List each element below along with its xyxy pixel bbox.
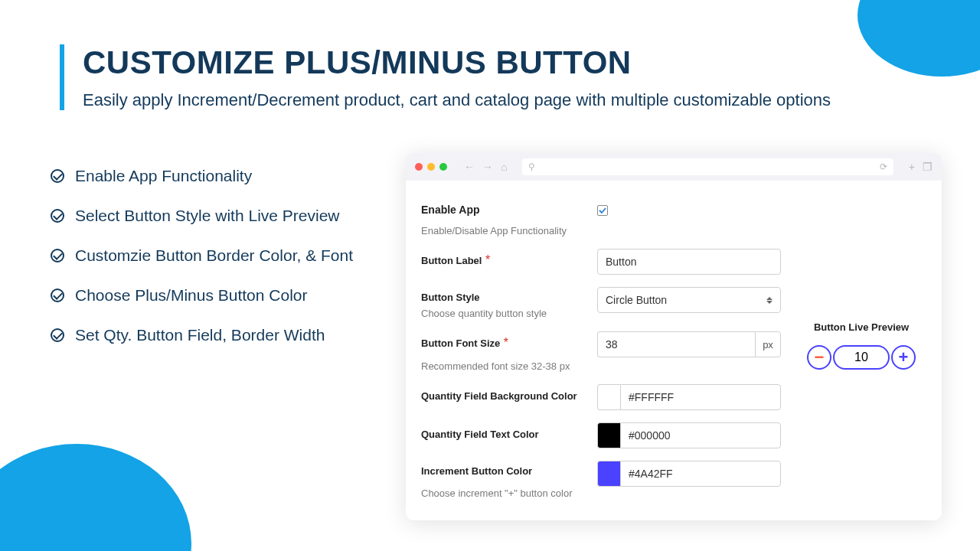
enable-app-label: Enable App xyxy=(421,204,597,216)
page-header: CUSTOMIZE PLUS/MINUS BUTTON Easily apply… xyxy=(60,44,831,110)
button-label-label: Button Label xyxy=(421,255,482,266)
page-title: CUSTOMIZE PLUS/MINUS BUTTON xyxy=(83,44,831,81)
home-icon[interactable]: ⌂ xyxy=(501,161,507,173)
qty-text-color-swatch[interactable] xyxy=(597,422,620,448)
row-button-style: Button Style Choose quantity button styl… xyxy=(421,287,781,319)
browser-chrome-bar: ← → ⌂ ⚲ ⟳ + ❐ xyxy=(406,153,942,181)
select-caret-icon xyxy=(766,297,773,304)
check-circle-icon xyxy=(51,328,64,342)
feature-text: Customzie Button Border Color, & Font xyxy=(75,246,353,265)
font-size-label: Button Font Size xyxy=(421,337,500,349)
qty-bg-color-swatch[interactable] xyxy=(597,384,620,410)
browser-window: ← → ⌂ ⚲ ⟳ + ❐ Enable App Enable/Disable … xyxy=(406,153,942,520)
qty-text-color-input[interactable] xyxy=(620,422,781,448)
settings-panel: Enable App Enable/Disable App Functional… xyxy=(406,181,942,520)
decorative-blob-top xyxy=(858,0,980,77)
feature-item: Select Button Style with Live Preview xyxy=(51,207,387,225)
feature-text: Choose Plus/Minus Button Color xyxy=(75,286,308,305)
button-style-hint: Choose quantity button style xyxy=(421,308,597,319)
feature-text: Set Qty. Button Field, Border Width xyxy=(75,326,325,344)
decorative-blob-bottom xyxy=(0,444,191,551)
button-style-selected: Circle Button xyxy=(606,294,667,306)
increment-color-label: Increment Button Color xyxy=(421,465,597,477)
quantity-stepper: − 10 + xyxy=(796,345,926,370)
check-circle-icon xyxy=(51,169,64,183)
font-size-input[interactable] xyxy=(597,331,755,357)
feature-list: Enable App Functionality Select Button S… xyxy=(51,167,387,366)
increment-color-hint: Choose increment "+" button color xyxy=(421,487,597,499)
copy-icon[interactable]: ❐ xyxy=(923,161,933,173)
row-button-label: Button Label * xyxy=(421,249,781,275)
row-increment-color: Increment Button Color Choose increment … xyxy=(421,461,781,499)
increment-color-input[interactable] xyxy=(620,461,781,487)
back-icon[interactable]: ← xyxy=(464,161,475,173)
quantity-field[interactable]: 10 xyxy=(833,345,890,370)
feature-text: Select Button Style with Live Preview xyxy=(75,207,340,225)
feature-item: Customzie Button Border Color, & Font xyxy=(51,246,387,265)
browser-nav-controls: ← → ⌂ xyxy=(464,161,507,173)
font-size-hint: Recommended font size 32-38 px xyxy=(421,360,597,372)
window-minimize-icon[interactable] xyxy=(427,163,435,171)
row-enable-app: Enable App Enable/Disable App Functional… xyxy=(421,199,781,236)
required-icon: * xyxy=(504,336,508,349)
enable-app-checkbox[interactable] xyxy=(597,205,608,216)
row-qty-text-color: Quantity Field Text Color xyxy=(421,422,781,448)
check-circle-icon xyxy=(51,209,64,223)
checkmark-icon xyxy=(599,207,606,214)
qty-bg-color-input[interactable] xyxy=(620,384,781,410)
button-style-select[interactable]: Circle Button xyxy=(597,287,781,313)
feature-item: Choose Plus/Minus Button Color xyxy=(51,286,387,305)
minus-button[interactable]: − xyxy=(807,345,831,370)
row-font-size: Button Font Size * Recommended font size… xyxy=(421,331,781,372)
preview-title: Button Live Preview xyxy=(796,321,926,333)
font-size-unit: px xyxy=(755,331,781,357)
search-icon: ⚲ xyxy=(528,161,535,172)
button-label-input[interactable] xyxy=(597,249,781,275)
form-area: Enable App Enable/Disable App Functional… xyxy=(421,191,781,510)
plus-tab-icon[interactable]: + xyxy=(909,161,915,173)
required-icon: * xyxy=(485,253,490,266)
row-qty-bg-color: Quantity Field Background Color xyxy=(421,384,781,410)
qty-bg-color-label: Quantity Field Background Color xyxy=(421,390,577,402)
window-maximize-icon[interactable] xyxy=(439,163,447,171)
qty-text-color-label: Quantity Field Text Color xyxy=(421,429,539,440)
feature-item: Enable App Functionality xyxy=(51,167,387,185)
increment-color-swatch[interactable] xyxy=(597,461,620,487)
page-subtitle: Easily apply Increment/Decrement product… xyxy=(83,90,831,110)
window-close-icon[interactable] xyxy=(415,163,423,171)
feature-text: Enable App Functionality xyxy=(75,167,252,185)
refresh-icon[interactable]: ⟳ xyxy=(880,161,887,172)
button-style-label: Button Style xyxy=(421,292,597,303)
url-bar[interactable]: ⚲ ⟳ xyxy=(522,158,893,175)
preview-area: Button Live Preview − 10 + xyxy=(796,191,926,510)
check-circle-icon xyxy=(51,249,64,262)
forward-icon[interactable]: → xyxy=(482,161,493,173)
check-circle-icon xyxy=(51,289,64,302)
feature-item: Set Qty. Button Field, Border Width xyxy=(51,326,387,344)
enable-app-hint: Enable/Disable App Functionality xyxy=(421,225,597,236)
plus-button[interactable]: + xyxy=(891,345,916,370)
